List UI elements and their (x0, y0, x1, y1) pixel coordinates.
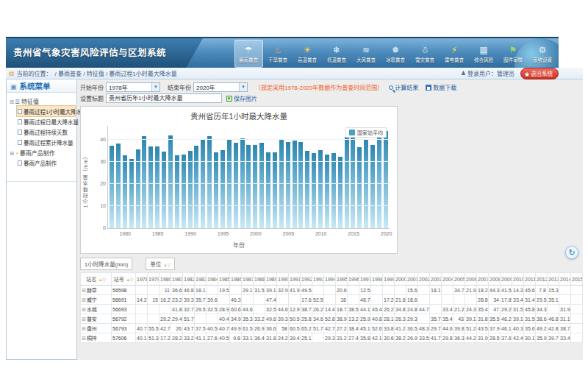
value-cell: 39.8 (453, 324, 465, 333)
year-column-header[interactable]: 1999 (383, 273, 395, 286)
sidebar-item[interactable]: 暴雨过程持续天数 (17, 127, 75, 137)
value-cell (148, 305, 159, 314)
year-column-header[interactable]: 2011 (524, 273, 536, 286)
year-column-header[interactable]: 1981 (171, 273, 183, 286)
year-column-header[interactable]: 1997 (359, 273, 371, 286)
lightning-icon: ⚡ (451, 45, 457, 55)
year-column-header[interactable]: 1996 (348, 273, 359, 286)
row-expand-icon[interactable]: ⊞ (82, 307, 86, 312)
download-button[interactable]: 数据下载 (426, 83, 456, 91)
bar (162, 152, 166, 228)
value-cell: 30.6 (383, 333, 395, 343)
row-expand-icon[interactable]: ⊞ (82, 297, 86, 302)
row-expand-icon[interactable]: ⊞ (82, 288, 86, 293)
value-cell: 39.6 (207, 295, 218, 305)
year-column-header[interactable]: 2009 (501, 273, 512, 286)
value-cell: 35.5 (489, 314, 501, 324)
expand-icon[interactable]: ⊞ (10, 99, 14, 105)
year-column-header[interactable]: 1984 (207, 273, 218, 286)
nav-item-2[interactable]: ♨干旱普查 (264, 40, 293, 68)
station-id-cell: 56598 (112, 286, 136, 295)
chevron-down-icon[interactable]: ▼ (151, 83, 159, 91)
nav-item-1[interactable]: ☂暴雨普查 (234, 40, 263, 68)
year-column-header[interactable]: 2012 (536, 273, 548, 286)
year-column-header[interactable]: 1988 (254, 273, 265, 286)
nav-item-4[interactable]: ❄低温普查 (323, 40, 351, 68)
year-column-header[interactable]: 2007 (477, 273, 489, 286)
sort-desc-icon[interactable]: ▽ (103, 277, 106, 282)
year-column-header[interactable]: 1985 (218, 273, 230, 286)
end-year-select[interactable]: 2020年 ▼ (193, 82, 248, 92)
calculate-button[interactable]: 计算结果 (389, 83, 418, 91)
row-expand-icon[interactable]: ⊞ (82, 316, 86, 322)
year-column-header[interactable]: 2002 (418, 273, 430, 286)
measure-chip[interactable]: 1小时降水量(mm) (80, 258, 132, 270)
value-cell: 39.1 (465, 314, 477, 324)
year-column-header[interactable]: 2015 (571, 273, 583, 286)
sidebar-item[interactable]: 暴雨过程1小时最大降水量 (17, 106, 75, 116)
row-expand-icon[interactable]: ⊞ (82, 326, 86, 331)
year-column-header[interactable]: 1994 (324, 273, 336, 286)
save-image-button[interactable]: 保存图片 (226, 94, 257, 102)
expand-icon[interactable]: ⊞ (10, 150, 14, 157)
year-column-header[interactable]: 2004 (442, 273, 453, 286)
bar (194, 146, 198, 228)
row-expand-icon[interactable]: ⊞ (82, 336, 86, 341)
chart-title-input[interactable]: 贵州省历年1小时最大降水量 (106, 93, 222, 103)
bar (246, 145, 251, 228)
sort-desc-icon[interactable]: ▽ (130, 277, 133, 282)
year-column-header[interactable]: 1989 (265, 273, 277, 286)
year-column-header[interactable]: 1980 (159, 273, 171, 286)
tree-group-1[interactable]: ⊞☰特征值 (8, 96, 75, 106)
year-column-header[interactable]: 1992 (301, 273, 312, 286)
year-column-header[interactable]: 1990 (277, 273, 289, 286)
nav-item-11[interactable]: ⚙系统设置 (528, 40, 557, 68)
sidebar-item[interactable]: 暴雨产品制作 (17, 158, 75, 168)
year-column-header[interactable]: 1978 (136, 273, 148, 286)
group-icon: ☰ (15, 99, 20, 105)
year-column-header[interactable]: 2005 (453, 273, 465, 286)
year-column-header[interactable]: 1979 (148, 273, 159, 286)
nav-item-3[interactable]: ☀高温普查 (293, 40, 322, 68)
year-column-header[interactable]: 1987 (242, 273, 254, 286)
chevron-down-icon[interactable]: ▼ (239, 83, 247, 91)
value-cell: 42.7 (159, 324, 171, 333)
year-column-header[interactable]: 2006 (465, 273, 477, 286)
year-column-header[interactable]: 1986 (230, 273, 242, 286)
year-column-header[interactable]: 1983 (195, 273, 207, 286)
value-cell: 34.9 (230, 314, 242, 324)
value-cell: 39.1 (265, 286, 277, 295)
year-column-header[interactable]: 1995 (336, 273, 348, 286)
year-column-header[interactable]: 1993 (312, 273, 324, 286)
floating-refresh-button[interactable]: ↻ (565, 246, 578, 259)
year-column-header[interactable]: 1982 (183, 273, 195, 286)
sort-desc-icon[interactable]: ▽ (168, 263, 171, 267)
nav-item-5[interactable]: ≋大风普查 (352, 40, 381, 68)
nav-item-10[interactable]: ⚑图件审核 (499, 40, 528, 68)
year-column-header[interactable]: 2000 (395, 273, 406, 286)
nav-item-9[interactable]: ▦综合风险 (470, 40, 498, 68)
year-column-header[interactable]: 1998 (371, 273, 383, 286)
value-cell (218, 295, 230, 305)
nav-item-7[interactable]: ☃雪灾普查 (411, 40, 440, 68)
logout-button[interactable]: ◉退出系统 (520, 68, 559, 79)
year-column-header[interactable]: 2003 (430, 273, 442, 286)
nav-item-label: 综合风险 (474, 56, 493, 63)
page-icon (18, 119, 22, 124)
col-station-id-header[interactable]: 站号▲▽ (112, 273, 136, 286)
nav-item-6[interactable]: ❅冰雹普查 (381, 40, 410, 68)
sidebar-item[interactable]: 暴雨过程日最大降水量 (17, 116, 75, 127)
unit-chip[interactable]: 单位▲▽ (146, 258, 175, 270)
sidebar-item[interactable]: 暴雨过程累计降水量 (17, 137, 75, 147)
nav-item-8[interactable]: ⚡雷电普查 (440, 40, 469, 68)
tree-group-2[interactable]: ⊞◔暴雨产品制作 (8, 147, 75, 158)
year-column-header[interactable]: 2010 (512, 273, 524, 286)
value-cell (453, 295, 465, 305)
start-year-select[interactable]: 1978年 ▼ (106, 82, 160, 92)
year-column-header[interactable]: 2014 (559, 273, 571, 286)
year-column-header[interactable]: 2008 (489, 273, 501, 286)
col-station-header[interactable]: 站名▲▽ (81, 273, 112, 286)
year-column-header[interactable]: 1991 (289, 273, 301, 286)
year-column-header[interactable]: 2001 (406, 273, 418, 286)
year-column-header[interactable]: 2013 (548, 273, 559, 286)
